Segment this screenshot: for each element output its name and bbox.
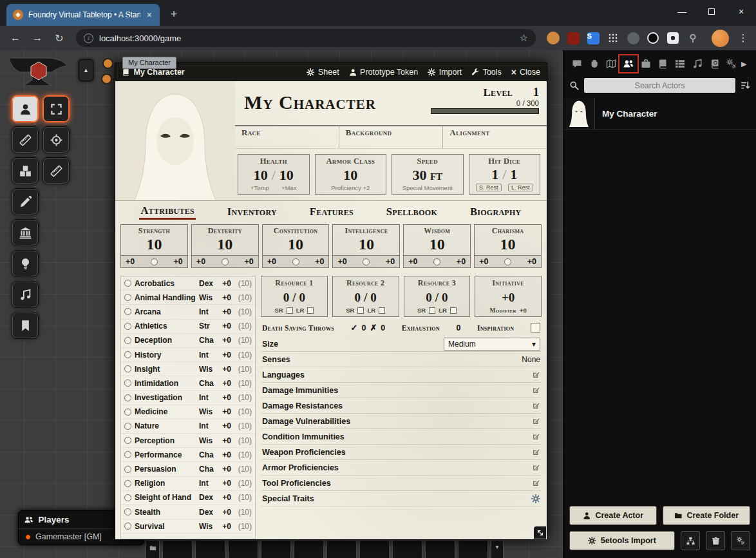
skill-name[interactable]: Nature <box>135 421 196 430</box>
hp-temp-label[interactable]: +Temp <box>250 184 269 191</box>
extension-icon[interactable] <box>567 32 580 44</box>
configure-button[interactable] <box>731 531 750 550</box>
skill-proficiency-radio[interactable] <box>124 494 131 501</box>
sr-checkbox[interactable] <box>287 307 293 314</box>
skill-proficiency-radio[interactable] <box>124 523 131 530</box>
skill-proficiency-radio[interactable] <box>124 323 131 330</box>
forward-button[interactable]: → <box>28 29 46 47</box>
tab-features[interactable]: Features <box>308 205 355 219</box>
skill-name[interactable]: Arcana <box>135 307 196 316</box>
edit-icon[interactable] <box>532 370 540 379</box>
level-value[interactable]: 1 <box>533 86 539 99</box>
skill-proficiency-radio[interactable] <box>124 437 131 444</box>
ability-save[interactable]: +0 <box>315 257 324 266</box>
inspiration-checkbox[interactable] <box>531 323 540 332</box>
resource-max[interactable]: 0 <box>442 291 448 305</box>
bookmark-star-icon[interactable]: ☆ <box>520 32 528 44</box>
tab-combat[interactable] <box>587 56 602 72</box>
skill-proficiency-radio[interactable] <box>124 508 131 515</box>
extension-icon[interactable] <box>627 32 639 44</box>
sounds-tool[interactable] <box>12 281 39 308</box>
skill-row[interactable]: History Int +0 (10) <box>121 348 255 362</box>
ability-name[interactable]: Dexterity <box>192 225 258 236</box>
import-button[interactable]: Import <box>428 68 462 77</box>
hotbar-slot[interactable] <box>294 540 324 558</box>
create-actor-button[interactable]: Create Actor <box>569 506 657 525</box>
ability-name[interactable]: Intelligence <box>333 225 399 236</box>
skill-name[interactable]: Performance <box>135 450 196 459</box>
save-proficiency-radio[interactable] <box>222 258 229 265</box>
token-tool[interactable] <box>12 95 39 122</box>
skill-proficiency-radio[interactable] <box>124 480 131 487</box>
extension-icon[interactable] <box>606 31 620 45</box>
tiles-tool[interactable] <box>12 157 39 184</box>
edit-icon[interactable] <box>532 417 540 425</box>
edit-icon[interactable] <box>532 432 540 441</box>
hit-dice-max[interactable]: 1 <box>510 166 517 183</box>
skill-name[interactable]: Insight <box>135 365 196 374</box>
tab-chat[interactable] <box>569 56 585 72</box>
resource-value[interactable]: 0 <box>426 291 432 305</box>
skill-proficiency-radio[interactable] <box>124 394 131 401</box>
skill-row[interactable]: Performance Cha +0 (10) <box>121 448 255 462</box>
skill-proficiency-radio[interactable] <box>124 451 131 458</box>
race-input[interactable] <box>241 138 332 147</box>
hotbar-slot[interactable] <box>458 540 488 558</box>
xp-value[interactable]: 0 / 300 <box>431 99 539 107</box>
hotbar-slot[interactable] <box>228 540 258 558</box>
death-success-icon[interactable]: ✓ <box>351 323 358 332</box>
ability-save[interactable]: +0 <box>457 257 466 266</box>
close-window-button[interactable]: ×Close <box>511 67 540 77</box>
skill-row[interactable]: Animal Handling Wis +0 (10) <box>121 291 255 305</box>
drawings-tool[interactable] <box>12 188 39 215</box>
save-proficiency-radio[interactable] <box>151 258 158 265</box>
ability-score[interactable]: 10 <box>404 236 470 255</box>
skill-name[interactable]: Acrobatics <box>135 279 196 288</box>
select-tool[interactable] <box>43 95 70 122</box>
skill-row[interactable]: Nature Int +0 (10) <box>121 419 255 434</box>
extension-icon[interactable] <box>667 32 679 44</box>
ability-name[interactable]: Wisdom <box>404 225 470 236</box>
resource-max[interactable]: 0 <box>370 291 377 305</box>
tab-compendium[interactable] <box>707 56 723 72</box>
hotbar-slot[interactable] <box>359 540 390 558</box>
exhaustion-value[interactable]: 0 <box>456 323 460 332</box>
skill-row[interactable]: Athletics Str +0 (10) <box>121 320 255 334</box>
hotbar-slot[interactable] <box>425 540 455 558</box>
save-proficiency-radio[interactable] <box>433 258 440 265</box>
skill-proficiency-radio[interactable] <box>124 380 131 387</box>
death-fail-icon[interactable]: ✗ <box>370 323 377 332</box>
ability-save[interactable]: +0 <box>174 257 183 266</box>
close-browser-button[interactable]: × <box>726 0 756 23</box>
skill-row[interactable]: Sleight of Hand Dex +0 (10) <box>121 491 255 505</box>
profile-avatar[interactable] <box>712 30 729 47</box>
sr-checkbox[interactable] <box>429 307 435 314</box>
ruler-tool[interactable] <box>43 157 70 184</box>
skill-name[interactable]: Stealth <box>135 508 196 517</box>
hotbar-slot[interactable] <box>392 540 422 558</box>
sr-checkbox[interactable] <box>357 307 364 314</box>
edit-icon[interactable] <box>532 463 540 472</box>
skill-row[interactable]: Persuasion Cha +0 (10) <box>121 462 255 476</box>
extension-icon[interactable] <box>647 32 659 44</box>
skill-name[interactable]: Religion <box>135 479 196 488</box>
5etools-badge-icon[interactable] <box>101 73 112 84</box>
skill-row[interactable]: Stealth Dex +0 (10) <box>121 505 255 519</box>
special-traits-gear-icon[interactable] <box>531 494 540 503</box>
save-proficiency-radio[interactable] <box>292 258 299 265</box>
notes-tool[interactable] <box>12 312 39 339</box>
skill-proficiency-radio[interactable] <box>124 308 131 315</box>
ability-name[interactable]: Constitution <box>263 225 329 236</box>
skill-row[interactable]: Insight Wis +0 (10) <box>121 362 255 376</box>
tab-scenes[interactable] <box>603 56 619 72</box>
tab-spellbook[interactable]: Spellbook <box>385 205 439 219</box>
short-rest-button[interactable]: S. Rest <box>476 184 502 191</box>
walls-tool[interactable] <box>12 219 39 246</box>
tab-journal[interactable] <box>655 56 670 72</box>
skill-row[interactable]: Religion Int +0 (10) <box>121 477 255 491</box>
ability-save[interactable]: +0 <box>386 257 395 266</box>
skill-name[interactable]: Intimidation <box>135 379 196 388</box>
skill-name[interactable]: Animal Handling <box>135 293 196 302</box>
save-proficiency-radio[interactable] <box>363 258 370 265</box>
hit-dice-current[interactable]: 1 <box>491 166 498 183</box>
